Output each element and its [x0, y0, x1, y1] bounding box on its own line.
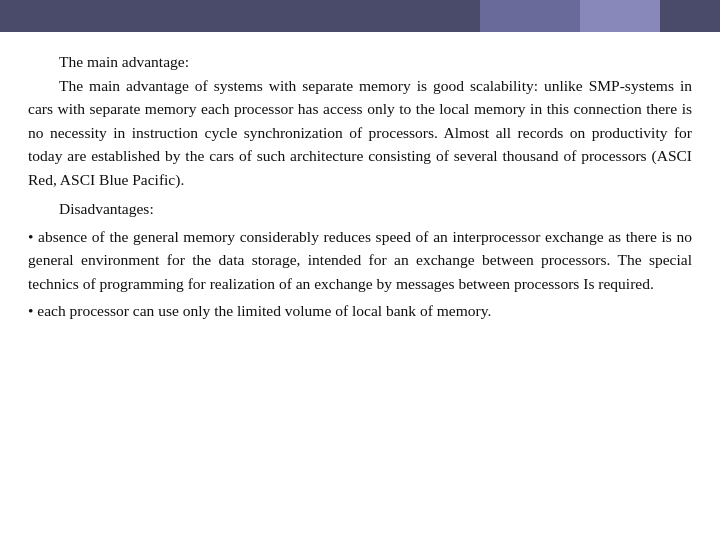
disadvantages-heading: Disadvantages: [28, 197, 692, 221]
main-paragraph: The main advantage of systems with separ… [28, 74, 692, 192]
top-bar [0, 0, 720, 32]
top-bar-accent2 [580, 0, 660, 32]
bullet-item-1: • absence of the general memory consider… [28, 225, 692, 296]
content-area: The main advantage: The main advantage o… [0, 32, 720, 540]
text-block: The main advantage: The main advantage o… [28, 50, 692, 323]
heading-line1: The main advantage: [28, 50, 692, 74]
bullet-item-2: • each processor can use only the limite… [28, 299, 692, 323]
